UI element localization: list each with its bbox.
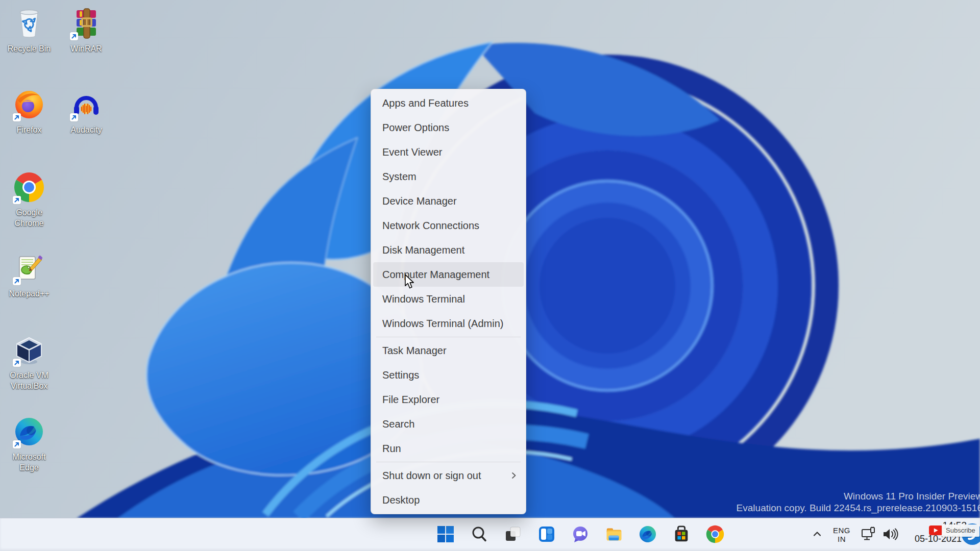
- taskbar-center-buttons: [434, 523, 726, 545]
- submenu-chevron-icon: [511, 471, 517, 480]
- menu-item-system[interactable]: System: [373, 164, 524, 189]
- desktop-icon-recycle-bin[interactable]: Recycle Bin: [3, 7, 56, 54]
- desktop-icon-firefox[interactable]: Firefox: [3, 88, 56, 135]
- shortcut-arrow-icon: [13, 196, 21, 204]
- menu-item-run[interactable]: Run: [373, 436, 524, 461]
- watermark-line2: Evaluation copy. Build 22454.rs_prerelea…: [737, 502, 980, 514]
- desktop-icon-microsoft-edge[interactable]: Microsoft Edge: [3, 415, 56, 473]
- chevron-up-icon: [812, 529, 823, 540]
- desktop-icon-label: Firefox: [3, 124, 56, 135]
- recycle-bin-icon: [13, 7, 45, 40]
- menu-item-device-manager[interactable]: Device Manager: [373, 189, 524, 213]
- menu-item-power-options[interactable]: Power Options: [373, 115, 524, 140]
- desktop-icon-label: Oracle VM VirtualBox: [3, 370, 56, 391]
- task-view-icon: [504, 525, 522, 543]
- chat-button[interactable]: [569, 523, 592, 545]
- tray-network-button[interactable]: [860, 525, 878, 543]
- youtube-logo-icon: [929, 525, 943, 535]
- language-region: IN: [838, 535, 846, 543]
- microsoft-edge-taskbar-button[interactable]: [636, 523, 659, 545]
- tray-volume-button[interactable]: [881, 525, 899, 543]
- menu-item-shut-down-or-sign-out[interactable]: Shut down or sign out: [373, 463, 524, 488]
- menu-item-task-manager[interactable]: Task Manager: [373, 338, 524, 363]
- chat-icon: [571, 525, 590, 543]
- shortcut-arrow-icon: [13, 113, 21, 121]
- menu-item-network-connections[interactable]: Network Connections: [373, 213, 524, 238]
- file-explorer-button[interactable]: [603, 523, 625, 545]
- start-button[interactable]: [434, 523, 457, 545]
- taskbar: ENG IN 14:53 05-10-20: [0, 518, 980, 551]
- microsoft-store-button[interactable]: [670, 523, 693, 545]
- google-chrome-taskbar-button[interactable]: [704, 523, 726, 545]
- desktop-icon-label: Notepad++: [3, 288, 56, 299]
- file-explorer-icon: [604, 524, 624, 544]
- menu-item-disk-management[interactable]: Disk Management: [373, 238, 524, 262]
- menu-item-settings[interactable]: Settings: [373, 363, 524, 387]
- shortcut-arrow-icon: [70, 32, 78, 40]
- widgets-button[interactable]: [535, 523, 558, 545]
- microsoft-edge-icon: [638, 524, 657, 544]
- microsoft-store-icon: [672, 524, 691, 544]
- widgets-icon: [537, 525, 556, 543]
- watermark-line1: Windows 11 Pro Insider Preview: [737, 490, 980, 502]
- menu-item-event-viewer[interactable]: Event Viewer: [373, 140, 524, 164]
- shortcut-arrow-icon: [13, 359, 21, 367]
- menu-item-file-explorer[interactable]: File Explorer: [373, 387, 524, 412]
- menu-item-apps-and-features[interactable]: Apps and Features: [373, 91, 524, 115]
- desktop-icon-label: Microsoft Edge: [3, 452, 56, 473]
- shortcut-arrow-icon: [13, 440, 21, 448]
- shortcut-arrow-icon: [13, 277, 21, 285]
- desktop-icon-audacity[interactable]: Audacity: [60, 88, 113, 135]
- language-code: ENG: [833, 526, 850, 535]
- insider-preview-watermark: Windows 11 Pro Insider Preview Evaluatio…: [737, 490, 980, 514]
- menu-separator: [376, 337, 521, 337]
- winx-context-menu: Apps and Features Power Options Event Vi…: [371, 89, 526, 514]
- desktop-icon-label: Google Chrome: [3, 207, 56, 229]
- desktop-icon-label: Audacity: [60, 124, 113, 135]
- desktop-icon-label: Recycle Bin: [3, 43, 56, 54]
- taskbar-search-button[interactable]: [468, 523, 491, 545]
- menu-item-windows-terminal[interactable]: Windows Terminal: [373, 287, 524, 311]
- google-chrome-icon: [705, 524, 725, 544]
- tray-language-indicator[interactable]: ENG IN: [830, 522, 853, 547]
- network-icon: [861, 527, 877, 542]
- tray-show-hidden-icons-button[interactable]: [810, 525, 825, 543]
- desktop-icon-google-chrome[interactable]: Google Chrome: [3, 171, 56, 229]
- search-icon: [470, 525, 488, 543]
- subscribe-button[interactable]: Subscribe: [942, 524, 979, 537]
- menu-item-computer-management[interactable]: Computer Management: [373, 262, 524, 287]
- desktop-icon-virtualbox[interactable]: Oracle VM VirtualBox: [3, 334, 56, 391]
- desktop-icon-notepad-plus-plus[interactable]: Notepad++: [3, 252, 56, 299]
- menu-separator: [376, 462, 521, 462]
- menu-item-desktop[interactable]: Desktop: [373, 488, 524, 512]
- desktop-icon-label: WinRAR: [60, 43, 113, 54]
- task-view-button[interactable]: [502, 523, 524, 545]
- desktop-icon-winrar[interactable]: WinRAR: [60, 7, 113, 54]
- windows-logo-icon: [436, 525, 455, 543]
- shortcut-arrow-icon: [70, 113, 78, 121]
- youtube-subscribe-overlay[interactable]: Subscribe: [929, 524, 979, 537]
- mouse-cursor: [404, 274, 415, 291]
- menu-item-windows-terminal-admin[interactable]: Windows Terminal (Admin): [373, 311, 524, 336]
- windows-11-desktop: Recycle Bin WinRAR: [0, 0, 980, 551]
- speaker-icon: [882, 527, 898, 541]
- menu-item-search[interactable]: Search: [373, 412, 524, 436]
